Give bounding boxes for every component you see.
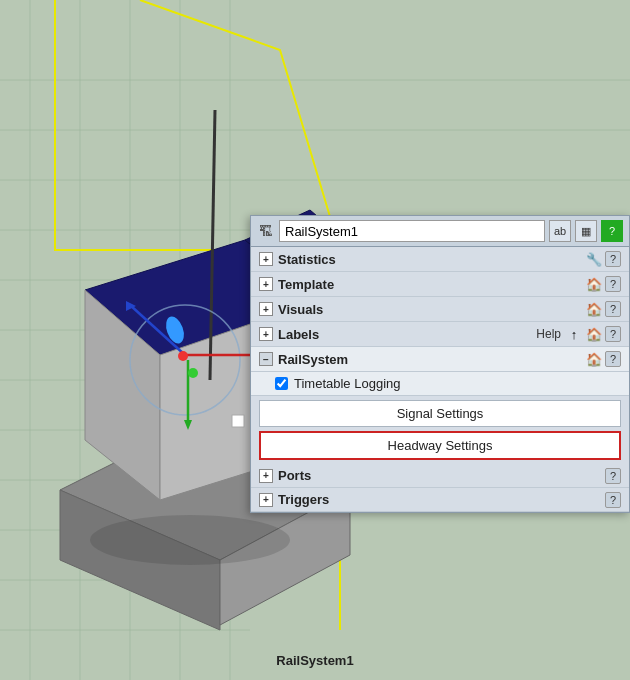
expand-statistics-btn[interactable]: + — [259, 252, 273, 266]
panel-help-btn[interactable]: ? — [601, 220, 623, 242]
visuals-label: Visuals — [278, 302, 585, 317]
svg-point-34 — [178, 351, 188, 361]
labels-help-btn[interactable]: ? — [605, 326, 621, 342]
expand-template-btn[interactable]: + — [259, 277, 273, 291]
headway-settings-btn[interactable]: Headway Settings — [259, 431, 621, 460]
statistics-help-btn[interactable]: ? — [605, 251, 621, 267]
railsystem-house-icon: 🏠 — [585, 350, 603, 368]
labels-label: Labels — [278, 327, 536, 342]
signal-settings-btn[interactable]: Signal Settings — [259, 400, 621, 427]
triggers-help-btn[interactable]: ? — [605, 492, 621, 508]
ports-label: Ports — [278, 468, 605, 483]
svg-point-26 — [130, 305, 240, 415]
svg-point-37 — [90, 515, 290, 565]
railsystem-label: RailSystem — [278, 352, 585, 367]
section-template[interactable]: + Template 🏠 ? — [251, 272, 629, 297]
panel-tab-btn[interactable]: ab — [549, 220, 571, 242]
section-visuals[interactable]: + Visuals 🏠 ? — [251, 297, 629, 322]
svg-line-25 — [210, 110, 215, 380]
panel-object-icon: 🏗 — [257, 222, 275, 240]
properties-panel: 🏗 ab ▦ ? + Statistics 🔧 ? + Template 🏠 ?… — [250, 215, 630, 513]
panel-header: 🏗 ab ▦ ? — [251, 216, 629, 247]
section-statistics[interactable]: + Statistics 🔧 ? — [251, 247, 629, 272]
template-label: Template — [278, 277, 585, 292]
labels-help-text: Help — [536, 327, 561, 341]
section-ports[interactable]: + Ports ? — [251, 464, 629, 488]
svg-marker-19 — [60, 490, 220, 630]
expand-triggers-btn[interactable]: + — [259, 493, 273, 507]
timetable-logging-label[interactable]: Timetable Logging — [294, 376, 400, 391]
svg-rect-36 — [232, 415, 244, 427]
railsystem-help-btn[interactable]: ? — [605, 351, 621, 367]
expand-ports-btn[interactable]: + — [259, 469, 273, 483]
object-label: RailSystem1 — [276, 653, 353, 668]
svg-point-33 — [163, 314, 188, 346]
panel-grid-btn[interactable]: ▦ — [575, 220, 597, 242]
triggers-label: Triggers — [278, 492, 605, 507]
statistics-label: Statistics — [278, 252, 585, 267]
timetable-logging-checkbox[interactable] — [275, 377, 288, 390]
section-labels[interactable]: + Labels Help ↑ 🏠 ? — [251, 322, 629, 347]
statistics-wrench-icon: 🔧 — [585, 250, 603, 268]
svg-marker-23 — [85, 290, 160, 500]
timetable-logging-row: Timetable Logging — [251, 372, 629, 396]
panel-title-input[interactable] — [279, 220, 545, 242]
labels-arrow-icon: ↑ — [565, 325, 583, 343]
expand-railsystem-btn[interactable]: − — [259, 352, 273, 366]
template-help-btn[interactable]: ? — [605, 276, 621, 292]
labels-house-icon: 🏠 — [585, 325, 603, 343]
ports-help-btn[interactable]: ? — [605, 468, 621, 484]
svg-marker-32 — [126, 301, 136, 311]
svg-line-31 — [130, 305, 185, 355]
template-house-icon: 🏠 — [585, 275, 603, 293]
visuals-house-icon: 🏠 — [585, 300, 603, 318]
expand-labels-btn[interactable]: + — [259, 327, 273, 341]
section-triggers[interactable]: + Triggers ? — [251, 488, 629, 512]
svg-marker-30 — [184, 420, 192, 430]
svg-point-35 — [188, 368, 198, 378]
visuals-help-btn[interactable]: ? — [605, 301, 621, 317]
section-railsystem[interactable]: − RailSystem 🏠 ? — [251, 347, 629, 372]
expand-visuals-btn[interactable]: + — [259, 302, 273, 316]
